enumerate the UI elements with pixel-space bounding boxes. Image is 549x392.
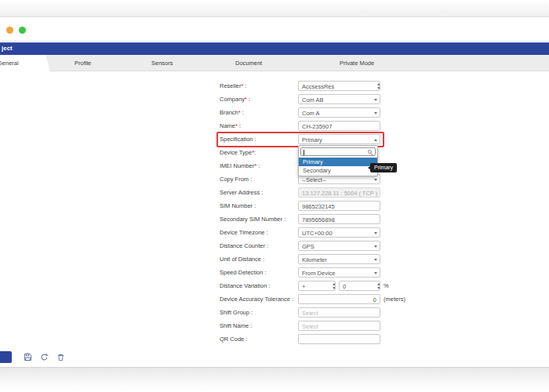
shift-name-input[interactable]: Select <box>298 321 380 331</box>
speed-detection-label: Speed Detection : <box>220 267 298 278</box>
speed-detection-select[interactable]: From Device <box>298 267 380 278</box>
chevron-down-icon <box>374 179 377 181</box>
shift-name-input-value: Select <box>302 323 318 330</box>
distance-counter-select-value: GPS <box>302 243 314 250</box>
copy-from-label: Copy From : <box>220 174 298 184</box>
device-accuracy-tolerance-row: Device Accuracy Tolerance :0(meters) <box>220 294 424 304</box>
tab-sensors[interactable]: Sensors <box>151 55 173 71</box>
delete-icon[interactable] <box>56 353 65 361</box>
distance-counter-row: Distance Counter :GPS <box>220 241 424 251</box>
company-row: Company* :Com AB <box>220 94 424 104</box>
reseller-label: Reseller* : <box>220 81 298 91</box>
form-area: Reseller* :AccsessResCompany* :Com ABBra… <box>0 71 549 350</box>
distance-counter-label: Distance Counter : <box>220 241 298 251</box>
distance-variation-value-input-value: 0 <box>343 283 346 290</box>
company-label: Company* : <box>220 94 298 104</box>
company-select-value: Com AB <box>302 96 324 103</box>
dropdown-option-primary[interactable]: Primary <box>299 158 377 166</box>
tab-private-mode[interactable]: Private Mode <box>340 55 374 71</box>
server-address-row: Server Address :13.127.228.11 : 5004 ( T… <box>220 187 424 198</box>
shift-group-input-value: Select <box>302 310 318 317</box>
app-window: ject General Profile Sensors Document Pr… <box>0 18 549 367</box>
shift-name-label: Shift Name : <box>220 321 298 331</box>
tab-profile[interactable]: Profile <box>75 55 91 71</box>
server-address-input-value: 13.127.228.11 : 5004 ( TCP ) <box>302 190 377 197</box>
reseller-row: Reseller* :AccsessRes <box>220 81 424 91</box>
window-title: ject <box>2 45 13 52</box>
shift-group-label: Shift Group : <box>220 307 298 318</box>
device-timezone-select-value: UTC+00:00 <box>302 230 333 237</box>
shift-group-row: Shift Group :Select <box>220 307 424 318</box>
distance-variation-sign-select-value: + <box>302 283 305 290</box>
chevron-down-icon <box>374 112 377 114</box>
branch-select-value: Com A <box>302 110 320 117</box>
distance-variation-value-input[interactable]: 0 <box>339 281 380 291</box>
branch-label: Branch* : <box>220 107 298 118</box>
company-select[interactable]: Com AB <box>298 94 380 104</box>
branch-row: Branch* :Com A <box>220 107 424 118</box>
name-input[interactable]: CH-235907 <box>298 121 380 131</box>
chevron-down-icon <box>374 99 377 101</box>
specification-dropdown: Primary Secondary <box>298 145 378 176</box>
chevron-down-icon <box>374 272 377 274</box>
server-address-input[interactable]: 13.127.228.11 : 5004 ( TCP ) <box>298 187 380 198</box>
tab-sensors-label: Sensors <box>151 60 173 67</box>
tab-private-mode-label: Private Mode <box>340 60 374 67</box>
page-bottom-shadow <box>0 367 549 392</box>
secondary-sim-number-input-value: 7895656898 <box>302 216 335 223</box>
chevron-down-icon <box>374 245 377 248</box>
reseller-select-value: AccsessRes <box>302 83 334 90</box>
secondary-sim-number-row: Secondary SIM Number :7895656898 <box>220 214 424 224</box>
screenshot-root: ject General Profile Sensors Document Pr… <box>0 0 549 392</box>
tab-document[interactable]: Document <box>235 55 262 71</box>
tab-profile-label: Profile <box>75 60 91 67</box>
device-accuracy-tolerance-label: Device Accuracy Tolerance : <box>220 294 298 304</box>
distance-counter-select[interactable]: GPS <box>298 241 380 251</box>
save-icon[interactable] <box>24 353 32 361</box>
server-address-label: Server Address : <box>220 187 298 198</box>
qr-code-row: QR Code : <box>220 334 424 344</box>
refresh-icon[interactable] <box>40 353 49 361</box>
reseller-select[interactable]: AccsessRes <box>298 81 380 91</box>
list-button[interactable] <box>0 351 12 363</box>
text-cursor <box>304 150 304 155</box>
device-accuracy-tolerance-suffix: (meters) <box>384 294 405 304</box>
sim-number-label: SIM Number : <box>220 201 298 211</box>
device-accuracy-tolerance-input[interactable]: 0 <box>298 294 380 304</box>
tab-document-label: Document <box>235 60 262 67</box>
unit-of-distance-label: Unit of Distance : <box>220 254 298 264</box>
device-timezone-select[interactable]: UTC+00:00 <box>298 227 380 238</box>
qr-code-input[interactable] <box>298 334 380 344</box>
secondary-sim-number-input[interactable]: 7895656898 <box>298 214 380 224</box>
modal-titlebar: ject <box>0 42 549 55</box>
unit-of-distance-row: Unit of Distance :Kilometer <box>220 254 424 264</box>
tab-general[interactable]: General <box>0 55 44 71</box>
shift-group-input[interactable]: Select <box>298 307 380 318</box>
speed-detection-row: Speed Detection :From Device <box>220 267 424 278</box>
device-timezone-label: Device Timezone : <box>220 227 298 238</box>
device-form: Reseller* :AccsessResCompany* :Com ABBra… <box>220 81 424 347</box>
qr-code-label: QR Code : <box>220 334 298 344</box>
search-icon <box>368 150 372 154</box>
distance-variation-suffix: % <box>384 281 389 291</box>
secondary-sim-number-label: Secondary SIM Number : <box>220 214 298 224</box>
distance-variation-row: Distance Variation :+0% <box>220 281 424 291</box>
branch-select[interactable]: Com A <box>298 107 380 118</box>
maximize-button[interactable] <box>19 27 26 34</box>
sim-number-input[interactable]: 9865232145 <box>298 201 380 211</box>
device-type-label: Device Type*: <box>220 147 298 158</box>
device-accuracy-tolerance-input-value: 0 <box>302 296 376 304</box>
name-label: Name* : <box>220 121 298 131</box>
window-controls-bar <box>0 18 549 42</box>
unit-of-distance-select-value: Kilometer <box>302 256 327 263</box>
distance-variation-label: Distance Variation : <box>220 281 298 291</box>
distance-variation-sign-select[interactable]: + <box>298 281 336 291</box>
minimize-button[interactable] <box>6 27 13 34</box>
chevron-down-icon <box>374 259 377 261</box>
dropdown-option-secondary[interactable]: Secondary <box>299 166 377 175</box>
tab-general-label: General <box>0 55 19 71</box>
tooltip: Primary <box>370 163 397 172</box>
unit-of-distance-select[interactable]: Kilometer <box>298 254 380 264</box>
speed-detection-select-value: From Device <box>302 270 336 277</box>
dropdown-search-input[interactable] <box>300 147 376 156</box>
